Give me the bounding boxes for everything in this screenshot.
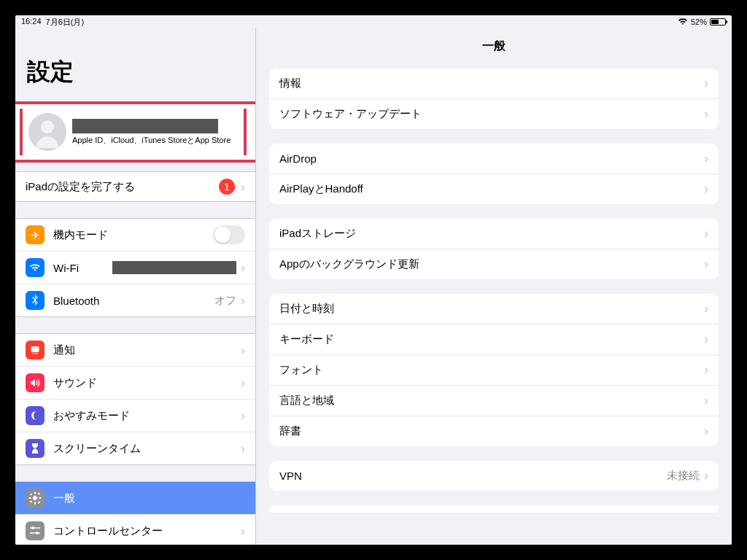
dnd-label: おやすみモード xyxy=(53,409,241,423)
airplane-toggle[interactable] xyxy=(213,225,245,244)
hidden-row[interactable] xyxy=(269,505,719,513)
svg-rect-10 xyxy=(30,500,33,503)
battery-icon xyxy=(710,18,726,26)
sidebar: 設定 Apple ID、iCloud、iTunes StoreとApp Stor… xyxy=(15,28,256,545)
storage-label: iPadストレージ xyxy=(279,227,704,241)
svg-rect-5 xyxy=(29,497,31,499)
status-time: 16:24 xyxy=(21,17,42,28)
airplay-label: AirPlayとHandoff xyxy=(279,182,704,196)
chevron-right-icon: › xyxy=(704,182,708,197)
language-region-row[interactable]: 言語と地域 › xyxy=(269,386,719,416)
airdrop-row[interactable]: AirDrop › xyxy=(269,144,719,174)
avatar-icon xyxy=(28,113,66,151)
apple-id-row[interactable]: Apple ID、iCloud、iTunes StoreとApp Store xyxy=(15,101,255,163)
chevron-right-icon: › xyxy=(241,376,245,391)
chevron-right-icon: › xyxy=(704,226,708,241)
finish-setup-row[interactable]: iPadの設定を完了する 1 › xyxy=(15,172,255,201)
bgrefresh-label: Appのバックグラウンド更新 xyxy=(279,257,704,271)
keyboard-row[interactable]: キーボード › xyxy=(269,324,719,355)
svg-rect-6 xyxy=(39,497,42,499)
svg-rect-4 xyxy=(34,502,36,505)
chevron-right-icon: › xyxy=(241,179,245,195)
datetime-label: 日付と時刻 xyxy=(279,302,704,316)
general-row[interactable]: 一般 xyxy=(15,482,255,515)
chevron-right-icon: › xyxy=(241,260,245,276)
screentime-label: スクリーンタイム xyxy=(53,442,241,456)
software-update-row[interactable]: ソフトウェア・アップデート › xyxy=(269,99,719,129)
wifi-row[interactable]: Wi-Fi › xyxy=(15,252,255,284)
bluetooth-row[interactable]: Bluetooth オフ › xyxy=(15,284,255,316)
chevron-right-icon: › xyxy=(704,332,708,347)
control-center-label: コントロールセンター xyxy=(53,524,241,538)
vpn-row[interactable]: VPN 未接続 › xyxy=(269,461,719,491)
sounds-label: サウンド xyxy=(53,376,241,390)
chevron-right-icon: › xyxy=(241,524,245,539)
chevron-right-icon: › xyxy=(704,151,708,166)
chevron-right-icon: › xyxy=(704,424,708,439)
content-title: 一般 xyxy=(256,28,732,61)
keyboard-label: キーボード xyxy=(279,332,704,346)
chevron-right-icon: › xyxy=(241,441,245,456)
lang-label: 言語と地域 xyxy=(279,394,704,408)
wifi-row-icon xyxy=(26,258,44,277)
about-row[interactable]: 情報 › xyxy=(269,69,719,99)
control-center-row[interactable]: コントロールセンター › xyxy=(15,515,255,545)
airdrop-label: AirDrop xyxy=(279,152,704,165)
chevron-right-icon: › xyxy=(704,76,708,91)
airplay-handoff-row[interactable]: AirPlayとHandoff › xyxy=(269,174,719,204)
software-update-label: ソフトウェア・アップデート xyxy=(279,107,704,121)
chevron-right-icon: › xyxy=(704,362,708,378)
wifi-label: Wi-Fi xyxy=(53,262,112,274)
chevron-right-icon: › xyxy=(241,408,245,424)
svg-rect-9 xyxy=(38,492,41,495)
svg-rect-0 xyxy=(31,346,39,352)
bluetooth-label: Bluetooth xyxy=(53,295,214,307)
notification-badge: 1 xyxy=(219,179,235,195)
notifications-icon xyxy=(26,341,44,359)
svg-point-12 xyxy=(31,526,34,529)
general-label: 一般 xyxy=(53,491,245,505)
fonts-label: フォント xyxy=(279,363,704,377)
dictionary-row[interactable]: 辞書 › xyxy=(269,416,719,446)
svg-rect-3 xyxy=(34,492,36,494)
moon-icon xyxy=(26,406,44,425)
battery-percent: 52% xyxy=(691,18,707,26)
apple-id-subtext: Apple ID、iCloud、iTunes StoreとApp Store xyxy=(72,135,238,146)
svg-point-14 xyxy=(36,532,39,534)
content-pane: 一般 情報 › ソフトウェア・アップデート › AirDrop › AirPla… xyxy=(256,28,732,545)
screentime-row[interactable]: スクリーンタイム › xyxy=(15,432,255,464)
chevron-right-icon: › xyxy=(704,257,708,272)
background-refresh-row[interactable]: Appのバックグラウンド更新 › xyxy=(269,249,719,279)
bluetooth-value: オフ xyxy=(214,294,236,308)
vpn-value: 未接続 xyxy=(667,469,700,483)
svg-rect-7 xyxy=(30,493,33,496)
vpn-label: VPN xyxy=(279,470,667,482)
bluetooth-icon xyxy=(26,291,44,310)
airplane-icon: ✈ xyxy=(26,225,44,244)
finish-setup-label: iPadの設定を完了する xyxy=(26,180,219,194)
chevron-right-icon: › xyxy=(704,106,708,122)
chevron-right-icon: › xyxy=(704,393,708,408)
notifications-label: 通知 xyxy=(53,343,241,357)
status-bar: 16:24 7月6日(月) 52% xyxy=(15,15,732,28)
gear-icon xyxy=(26,489,44,508)
notifications-row[interactable]: 通知 › xyxy=(15,334,255,367)
apple-id-name-redacted xyxy=(72,119,218,133)
wifi-icon xyxy=(678,18,688,27)
ipad-storage-row[interactable]: iPadストレージ › xyxy=(269,219,719,249)
chevron-right-icon: › xyxy=(241,343,245,358)
wifi-value-redacted xyxy=(112,261,236,274)
do-not-disturb-row[interactable]: おやすみモード › xyxy=(15,400,255,432)
airplane-mode-row[interactable]: ✈ 機内モード xyxy=(15,219,255,252)
sliders-icon xyxy=(26,521,44,540)
screen: 16:24 7月6日(月) 52% 設定 Apple ID、iCloud、iTu… xyxy=(15,15,732,545)
hourglass-icon xyxy=(26,439,44,458)
about-label: 情報 xyxy=(279,77,704,90)
airplane-label: 機内モード xyxy=(53,228,213,242)
svg-rect-1 xyxy=(32,353,38,354)
fonts-row[interactable]: フォント › xyxy=(269,355,719,386)
date-time-row[interactable]: 日付と時刻 › xyxy=(269,294,719,324)
settings-title: 設定 xyxy=(15,28,255,96)
chevron-right-icon: › xyxy=(704,301,708,316)
sounds-row[interactable]: サウンド › xyxy=(15,367,255,400)
